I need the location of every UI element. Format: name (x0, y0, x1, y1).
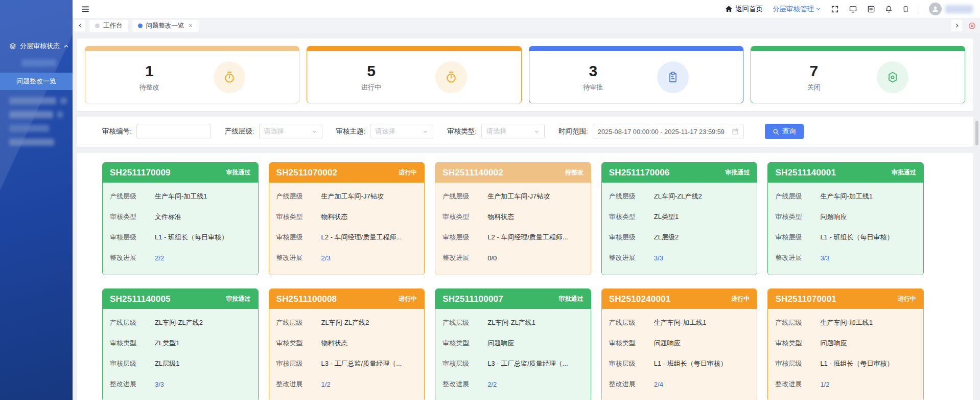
user-name-redacted (945, 5, 973, 13)
audit-card[interactable]: SH2511170009 审批通过 产线层级生产车间-加工线1 审核类型文件标准… (102, 162, 259, 275)
field-value: ZL层级2 (654, 233, 679, 242)
cards-grid: SH2511170009 审批通过 产线层级生产车间-加工线1 审核类型文件标准… (102, 162, 924, 400)
audit-topic-select[interactable]: 请选择 (370, 124, 433, 139)
audit-card[interactable]: SH2511100007 审批通过 产线层级ZL车间-ZL产线1 审核类型问题响… (435, 288, 591, 400)
chevron-up-icon (63, 43, 69, 49)
audit-card-header: SH2511140002 待整改 (435, 163, 591, 183)
monitor-button[interactable] (849, 5, 857, 13)
field-value: L1 - 班组长（每日审核） (820, 233, 893, 242)
sidebar-group-audit-status[interactable]: 分层审核状态 (0, 40, 73, 52)
card-status-badge: 进行中 (898, 295, 916, 303)
field-label: 审核类型 (609, 339, 641, 348)
stat-card-pending-approval[interactable]: 3 待审批 (529, 46, 743, 103)
field-row: 产线层级ZL车间-ZL产线1 (442, 313, 584, 333)
field-value: L1 - 班组长（每日审核） (654, 359, 727, 368)
field-row: 产线层级生产车间-加工线1 (775, 313, 916, 333)
field-label: 审核层级 (775, 233, 807, 242)
audit-card[interactable]: SH2511170006 审批通过 产线层级ZL车间-ZL产线2 审核类型ZL类… (601, 162, 758, 275)
field-value: 3/3 (654, 254, 663, 262)
field-row: 产线层级生产车间-加工线1 (775, 186, 916, 207)
audit-no-input[interactable] (136, 124, 211, 139)
close-all-tabs-button[interactable] (966, 22, 978, 30)
field-label: 产线层级 (110, 318, 142, 327)
card-id: SH2511140002 (442, 168, 503, 178)
notifications-button[interactable] (885, 5, 893, 13)
field-row: 审核类型问题响应 (775, 333, 916, 353)
audit-card[interactable]: SH2511140002 待整改 产线层级生产加工车间-J7钻攻 审核类型物料状… (435, 162, 591, 275)
field-label: 审核类型 (775, 212, 807, 221)
audit-card-body: 产线层级ZL车间-ZL产线2 审核类型ZL类型1 审核层级ZL层级1 整改进展3… (103, 309, 258, 400)
field-row: 审核类型文件标准 (110, 207, 251, 227)
sidebar-redacted-item[interactable] (9, 125, 73, 132)
app-window: 分层审核状态 问题整改一览 (0, 0, 980, 400)
audit-card[interactable]: SH2511070001 进行中 产线层级生产车间-加工线1 审核类型问题响应 … (767, 288, 924, 400)
audit-card[interactable]: SH2510240001 进行中 产线层级生产车间-加工线1 审核类型问题响应 … (601, 288, 758, 400)
stat-card-closed[interactable]: 7 关闭 (751, 46, 965, 103)
menu-toggle-button[interactable] (81, 5, 90, 13)
field-row: 审核类型ZL类型1 (609, 207, 750, 227)
mobile-button[interactable] (902, 5, 909, 13)
field-label: 产线层级 (775, 318, 807, 327)
field-row: 整改进展3/3 (110, 374, 251, 394)
chevron-down-icon (815, 6, 821, 12)
time-range-label: 时间范围: (558, 127, 588, 136)
field-value: 2/2 (155, 254, 164, 262)
sidebar-redacted-item[interactable] (9, 97, 73, 104)
chevron-down-icon (534, 129, 540, 135)
audit-card-header: SH2511070001 进行中 (768, 289, 923, 309)
audit-card[interactable]: SH2511100008 进行中 产线层级ZL车间-ZL产线2 审核类型物料状态… (269, 288, 425, 400)
vertical-scrollbar[interactable] (975, 121, 978, 145)
stat-label: 待审批 (583, 83, 603, 92)
audit-type-select[interactable]: 请选择 (481, 124, 545, 139)
tab-problem-rectification[interactable]: 问题整改一览 (132, 20, 199, 32)
field-label: 审核类型 (609, 212, 641, 221)
sidebar-item-problem-rectification[interactable]: 问题整改一览 (0, 73, 73, 90)
sidebar-redacted-item[interactable] (0, 52, 73, 66)
field-value: 生产车间-加工线1 (155, 192, 207, 201)
date-range-picker[interactable]: 2025-08-17 00:00:00 - 2025-11-17 23:59:5… (593, 124, 744, 139)
field-label: 整改进展 (110, 380, 142, 389)
field-label: 产线层级 (775, 192, 807, 201)
field-label: 审核类型 (775, 339, 807, 348)
audit-card-body: 产线层级生产车间-加工线1 审核类型问题响应 审核层级L1 - 班组长（每日审核… (768, 183, 923, 275)
field-label: 审核层级 (442, 233, 474, 242)
audit-card[interactable]: SH2511140005 审批通过 产线层级ZL车间-ZL产线2 审核类型ZL类… (102, 288, 259, 400)
audit-card-body: 产线层级生产加工车间-J7钻攻 审核类型物料状态 审核层级L2 - 车间经理/质… (435, 183, 591, 275)
fullscreen-button[interactable] (831, 5, 839, 13)
audit-card[interactable]: SH2511140001 审批通过 产线层级生产车间-加工线1 审核类型问题响应… (767, 162, 924, 275)
app-menu-dropdown[interactable]: 分层审核管理 (773, 5, 821, 14)
stat-card-in-progress[interactable]: 5 进行中 (307, 46, 521, 103)
field-value: ZL车间-ZL产线1 (487, 318, 535, 327)
language-switch-button[interactable]: 中 (867, 5, 875, 13)
tab-close-icon[interactable] (188, 23, 193, 28)
field-row: 产线层级ZL车间-ZL产线2 (110, 313, 251, 333)
card-id: SH2511070001 (775, 294, 836, 304)
tabs-scroll-left-button[interactable] (75, 20, 85, 31)
field-value: L1 - 班组长（每日审核） (155, 233, 228, 242)
tab-workbench[interactable]: 工作台 (89, 20, 128, 32)
card-id: SH2510240001 (609, 294, 671, 304)
field-row: 审核层级L3 - 工厂总监/质量经理（... (276, 353, 417, 374)
field-row: 整改进展3/3 (609, 248, 750, 268)
search-button[interactable]: 查询 (765, 124, 804, 139)
field-value: 3/3 (155, 381, 164, 388)
stat-card-pending-rectify[interactable]: 1 待整改 (85, 46, 299, 103)
user-profile[interactable] (929, 3, 973, 15)
field-value: 物料状态 (321, 339, 348, 348)
sidebar-redacted-item[interactable] (9, 139, 73, 146)
audit-card-header: SH2510240001 进行中 (602, 289, 757, 309)
audit-card[interactable]: SH2511070002 进行中 产线层级生产加工车间-J7钻攻 审核类型物料状… (269, 162, 425, 275)
back-home-link[interactable]: 返回首页 (725, 5, 763, 14)
audit-type-label: 审核类型: (447, 127, 477, 136)
field-label: 审核层级 (276, 359, 308, 368)
field-value: 2/2 (487, 381, 497, 388)
field-row: 审核类型ZL类型1 (110, 333, 251, 353)
sidebar-redacted-item[interactable] (9, 111, 73, 118)
line-level-select[interactable]: 请选择 (259, 124, 322, 139)
select-placeholder: 请选择 (486, 127, 506, 136)
field-label: 产线层级 (276, 318, 308, 327)
hamburger-icon (81, 5, 90, 13)
chevron-left-icon (78, 23, 83, 29)
stat-label: 关闭 (807, 83, 821, 92)
tabs-scroll-right-button[interactable] (951, 20, 962, 31)
